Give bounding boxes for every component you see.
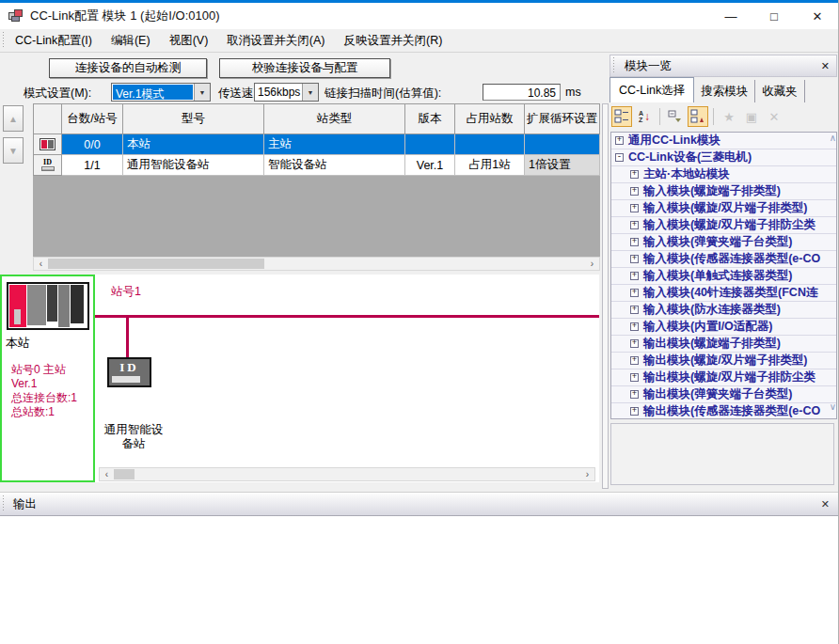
minimize-button[interactable]: —: [709, 3, 752, 29]
tree-item[interactable]: +主站·本地站模块: [611, 166, 836, 183]
menu-bar: CC-Link配置(I) 编辑(E) 视图(V) 取消设置并关闭(A) 反映设置…: [0, 29, 839, 53]
scroll-left-icon[interactable]: ‹: [100, 468, 114, 480]
delete-icon[interactable]: ✕: [764, 106, 784, 127]
tab-cclink-select[interactable]: CC-Link选择: [609, 77, 694, 102]
expand-icon[interactable]: +: [630, 390, 639, 399]
expand-icon[interactable]: +: [630, 170, 639, 179]
vertical-splitter[interactable]: [602, 103, 609, 489]
expand-icon[interactable]: +: [630, 322, 639, 331]
tree-item[interactable]: +输出模块(传感器连接器类型(e-CO: [611, 403, 836, 419]
cell-station-no: 1/1: [62, 155, 123, 176]
close-button[interactable]: ✕: [796, 3, 839, 29]
tree-item[interactable]: +输入模块(单触式连接器类型): [611, 268, 836, 285]
tree-item-label: 输入模块(内置I/O适配器): [643, 319, 773, 335]
expand-icon[interactable]: +: [630, 306, 639, 314]
collapse-icon[interactable]: -: [615, 153, 624, 162]
host-station-panel[interactable]: 本站 站号0 主站 Ver.1 总连接台数:1 总站数:1: [0, 275, 95, 482]
menu-apply-close[interactable]: 反映设置并关闭(R): [334, 29, 451, 53]
toolbar-separator: [713, 108, 714, 125]
intelligent-device-node[interactable]: ID: [107, 357, 151, 387]
sort-az-icon[interactable]: AZ↓: [634, 106, 655, 127]
module-panel-header: 模块一览 ✕: [609, 55, 837, 77]
tree-item[interactable]: -CC-Link设备(三菱电机): [611, 149, 836, 166]
move-up-button[interactable]: ▲: [3, 105, 24, 132]
expand-icon[interactable]: +: [630, 272, 639, 280]
tree-item[interactable]: +输入模块(螺旋/双片端子排防尘类: [611, 217, 836, 234]
module-panel-tabs: CC-Link选择 搜索模块 收藏夹: [609, 79, 837, 102]
table-row[interactable]: ID 1/1 通用智能设备站 智能设备站 Ver.1 占用1站 1倍设置: [34, 155, 600, 176]
scan-time-unit: ms: [565, 86, 581, 99]
tree-item-label: 输入模块(螺旋端子排类型): [643, 183, 781, 199]
tree-item[interactable]: +输入模块(弹簧夹端子台类型): [611, 234, 836, 251]
scrollbar-thumb[interactable]: [48, 259, 264, 269]
tab-search-module[interactable]: 搜索模块: [694, 80, 755, 102]
auto-detect-button[interactable]: 连接设备的自动检测: [49, 58, 207, 78]
expand-icon[interactable]: +: [630, 204, 639, 212]
scrollbar-thumb[interactable]: [114, 469, 135, 479]
tree-item[interactable]: +输出模块(螺旋/双片端子排防尘类: [611, 369, 836, 386]
tree-item-label: 输入模块(螺旋/双片端子排类型): [643, 200, 807, 216]
chevron-down-icon[interactable]: ▼: [194, 84, 210, 101]
tree-scroll-up-icon[interactable]: ∧: [830, 134, 836, 143]
expand-icon[interactable]: +: [630, 255, 639, 263]
expand-icon[interactable]: +: [630, 289, 639, 297]
scroll-left-icon[interactable]: ‹: [34, 258, 48, 270]
expand-tree-icon[interactable]: [688, 106, 708, 127]
expand-icon[interactable]: +: [630, 407, 639, 416]
cell-version: Ver.1: [405, 155, 455, 176]
verify-config-button[interactable]: 校验连接设备与配置: [219, 58, 390, 78]
expand-icon[interactable]: +: [615, 136, 624, 145]
tree-item[interactable]: +通用CC-Link模块: [611, 133, 836, 149]
tree-item[interactable]: +输出模块(螺旋/双片端子排类型): [611, 353, 836, 369]
menu-cancel-close[interactable]: 取消设置并关闭(A): [217, 29, 334, 53]
tree-item[interactable]: +输入模块(螺旋/双片端子排类型): [611, 200, 836, 217]
table-horizontal-scrollbar[interactable]: ‹ ›: [33, 257, 600, 271]
tree-item-label: 输出模块(弹簧夹端子台类型): [643, 386, 792, 402]
expand-icon[interactable]: +: [630, 221, 639, 229]
cell-station-type: 主站: [264, 134, 405, 155]
speed-select[interactable]: 156kbps ▼: [254, 83, 319, 102]
expand-icon[interactable]: +: [630, 373, 639, 382]
menu-view[interactable]: 视图(V): [160, 29, 218, 53]
cell-station-type: 智能设备站: [264, 155, 405, 176]
tree-item[interactable]: +输入模块(内置I/O适配器): [611, 319, 836, 336]
header-model: 型号: [123, 104, 264, 134]
menu-cclink-config[interactable]: CC-Link配置(I): [6, 29, 102, 53]
cell-ext-cyclic[interactable]: 1倍设置: [525, 155, 600, 176]
menu-edit[interactable]: 编辑(E): [102, 29, 160, 53]
mode-select[interactable]: Ver.1模式 ▼: [111, 83, 211, 102]
tree-scroll-down-icon[interactable]: ∨: [830, 402, 836, 412]
id-device-icon: ID: [34, 155, 62, 176]
collapse-tree-icon[interactable]: [665, 106, 686, 127]
expand-icon[interactable]: +: [630, 356, 639, 365]
expand-icon[interactable]: +: [630, 238, 639, 246]
group-by-type-icon[interactable]: [611, 106, 632, 127]
scroll-right-icon[interactable]: ›: [585, 258, 599, 270]
tab-favorites[interactable]: 收藏夹: [755, 80, 805, 102]
tree-item[interactable]: +输出模块(螺旋端子排类型): [611, 336, 836, 353]
expand-icon[interactable]: +: [630, 339, 639, 348]
table-row[interactable]: 0/0 本站 主站: [34, 134, 600, 155]
favorite-star-icon[interactable]: ★: [719, 106, 739, 127]
add-favorite-icon[interactable]: ▣: [741, 106, 762, 127]
scroll-right-icon[interactable]: ›: [580, 468, 594, 480]
output-panel-title: 输出: [13, 496, 37, 512]
tree-item[interactable]: +输入模块(传感器连接器类型(e-CO: [611, 251, 836, 268]
chevron-down-icon[interactable]: ▼: [302, 84, 318, 101]
tree-item[interactable]: +输入模块(40针连接器类型(FCN连: [611, 285, 836, 302]
expand-icon[interactable]: +: [630, 187, 639, 196]
tree-item-label: 输入模块(螺旋/双片端子排防尘类: [643, 217, 815, 233]
tree-item[interactable]: +输入模块(螺旋端子排类型): [611, 183, 836, 200]
tree-item[interactable]: +输出模块(弹簧夹端子台类型): [611, 386, 836, 403]
station1-label: 站号1: [111, 284, 141, 300]
tree-item[interactable]: +输入模块(防水连接器类型): [611, 302, 836, 319]
maximize-button[interactable]: □: [752, 3, 796, 29]
tree-item-label: 主站·本地站模块: [643, 166, 730, 182]
close-icon[interactable]: ✕: [821, 60, 830, 72]
diagram-horizontal-scrollbar[interactable]: ‹ ›: [99, 467, 595, 481]
tree-item-label: 输出模块(传感器连接器类型(e-CO: [643, 403, 820, 419]
module-panel-title: 模块一览: [625, 58, 672, 74]
close-icon[interactable]: ✕: [821, 498, 830, 510]
move-down-button[interactable]: ▼: [3, 137, 24, 164]
network-diagram-canvas[interactable]: 站号1 ID 通用智能设备站 ‹ ›: [95, 275, 599, 482]
